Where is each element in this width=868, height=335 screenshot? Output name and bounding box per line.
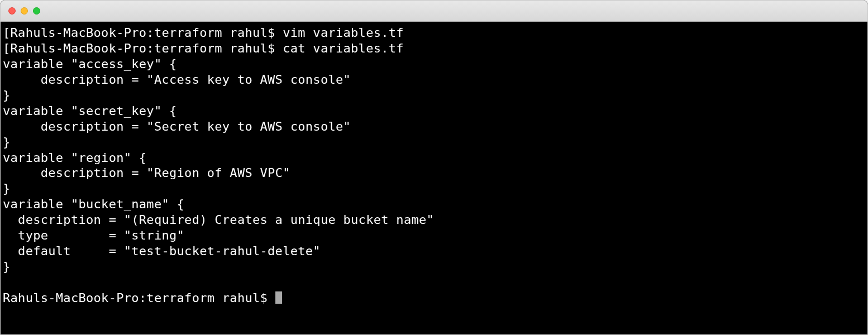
terminal-line: } [3,135,11,149]
terminal-line: variable "secret_key" { [3,104,177,118]
terminal-line: } [3,181,11,195]
terminal-window: [Rahuls-MacBook-Pro:terraform rahul$ vim… [0,0,868,335]
titlebar[interactable] [1,1,867,22]
maximize-icon[interactable] [33,7,40,15]
traffic-lights [8,7,40,15]
terminal-line: } [3,88,11,102]
terminal-line: [Rahuls-MacBook-Pro:terraform rahul$ cat… [3,41,404,55]
cursor-icon [275,291,282,304]
close-icon[interactable] [8,7,16,15]
terminal-prompt: Rahuls-MacBook-Pro:terraform rahul$ [3,291,275,305]
terminal-line: description = "Region of AWS VPC" [3,166,290,180]
terminal-content[interactable]: [Rahuls-MacBook-Pro:terraform rahul$ vim… [1,22,867,309]
terminal-line: } [3,260,11,274]
terminal-line: description = "Access key to AWS console… [3,73,351,87]
minimize-icon[interactable] [21,7,28,15]
terminal-line: description = "Secret key to AWS console… [3,119,351,133]
terminal-line: default = "test-bucket-rahul-delete" [3,244,321,258]
terminal-line: [Rahuls-MacBook-Pro:terraform rahul$ vim… [3,26,404,40]
terminal-line: variable "access_key" { [3,57,177,71]
terminal-line: variable "bucket_name" { [3,197,184,211]
terminal-line: type = "string" [3,228,184,242]
terminal-line: description = "(Required) Creates a uniq… [3,213,434,227]
terminal-line: variable "region" { [3,151,146,165]
